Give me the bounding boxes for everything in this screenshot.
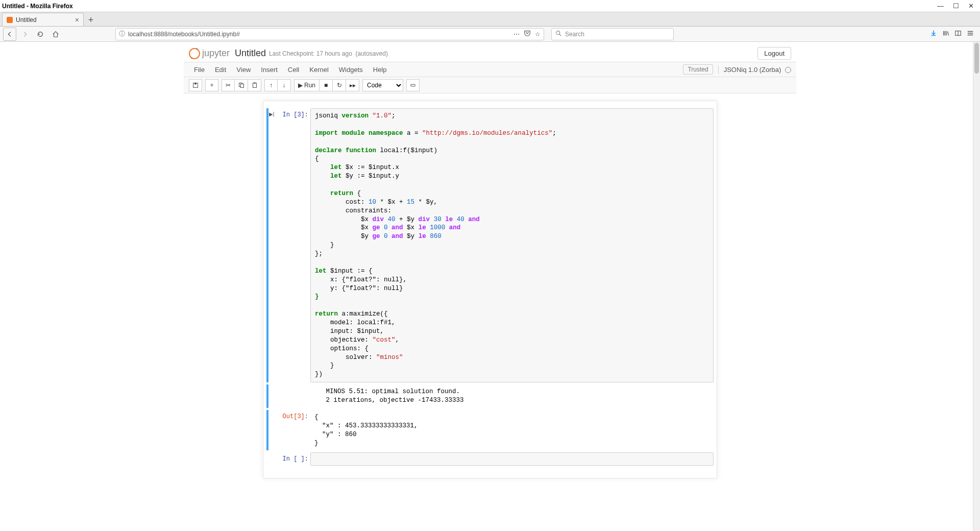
site-info-icon[interactable]: ⓘ — [119, 30, 125, 38]
checkpoint-status: Last Checkpoint: 17 hours ago (autosaved… — [269, 50, 388, 57]
page-actions-icon[interactable]: ⋯ — [513, 31, 520, 38]
scrollbar-thumb[interactable] — [974, 43, 979, 74]
interrupt-button[interactable]: ■ — [320, 79, 333, 91]
command-palette-button[interactable] — [406, 79, 420, 91]
code-cell[interactable]: ▶| In [3]: jsoniq version "1.0"; import … — [266, 108, 714, 382]
pocket-icon[interactable] — [524, 30, 531, 38]
code-editor[interactable]: jsoniq version "1.0"; import module name… — [310, 108, 714, 382]
logout-button[interactable]: Logout — [757, 47, 791, 60]
jupyter-toolbar: ＋ ✂ ↑ ↓ ▶Run ■ ↻ ▸▸ Code — [184, 77, 796, 93]
jupyter-header: jupyter Untitled Last Checkpoint: 17 hou… — [184, 45, 796, 62]
out-prompt: Out[3]: — [283, 413, 308, 420]
scrollbar-track[interactable] — [973, 42, 980, 531]
svg-rect-7 — [254, 82, 256, 83]
url-text: localhost:8888/notebooks/Untitled.ipynb# — [128, 31, 510, 38]
svg-point-0 — [556, 31, 560, 35]
minimize-button[interactable]: — — [937, 2, 944, 10]
output-result: Out[3]: { "x" : 453.33333333333331, "y" … — [266, 410, 714, 451]
run-button[interactable]: ▶Run — [294, 79, 320, 91]
move-up-button[interactable]: ↑ — [264, 79, 278, 91]
forward-button[interactable] — [18, 28, 32, 41]
move-down-button[interactable]: ↓ — [278, 79, 291, 91]
sidebar-icon[interactable] — [954, 30, 962, 38]
trusted-badge[interactable]: Trusted — [683, 64, 713, 75]
code-cell[interactable]: In [ ]: — [266, 452, 714, 466]
stdout-text: MINOS 5.51: optimal solution found. 2 it… — [314, 388, 709, 405]
back-button[interactable] — [3, 28, 16, 41]
svg-rect-8 — [411, 84, 415, 86]
output-stream: MINOS 5.51: optimal solution found. 2 it… — [266, 384, 714, 408]
restart-run-all-button[interactable]: ▸▸ — [346, 79, 359, 91]
cell-type-select[interactable]: Code — [362, 79, 403, 91]
menu-edit[interactable]: Edit — [210, 63, 231, 77]
tab-close-icon[interactable]: × — [75, 16, 79, 24]
notebook-container: ▶| In [3]: jsoniq version "1.0"; import … — [263, 101, 717, 478]
svg-rect-6 — [253, 83, 256, 87]
svg-rect-3 — [194, 83, 197, 84]
url-bar[interactable]: ⓘ localhost:8888/notebooks/Untitled.ipyn… — [115, 28, 544, 40]
run-arrow-icon[interactable]: ▶| — [268, 108, 275, 382]
kernel-indicator-icon — [785, 67, 791, 73]
downloads-icon[interactable] — [930, 30, 937, 38]
result-text: { "x" : 453.33333333333331, "y" : 860 } — [314, 413, 709, 448]
search-icon — [555, 30, 562, 38]
window-title: Untitled - Mozilla Firefox — [2, 3, 937, 10]
browser-tab[interactable]: Untitled × — [2, 13, 84, 26]
paste-button[interactable] — [248, 79, 261, 91]
menu-icon[interactable] — [967, 30, 974, 38]
copy-button[interactable] — [235, 79, 248, 91]
menu-cell[interactable]: Cell — [283, 63, 304, 77]
cut-button[interactable]: ✂ — [222, 79, 235, 91]
jupyter-menu-bar: File Edit View Insert Cell Kernel Widget… — [184, 62, 796, 77]
jupyter-logo-icon — [189, 48, 200, 59]
restart-button[interactable]: ↻ — [333, 79, 346, 91]
jupyter-logo[interactable]: jupyter — [189, 48, 230, 59]
reload-button[interactable] — [34, 28, 47, 41]
menu-file[interactable]: File — [189, 63, 210, 77]
menu-insert[interactable]: Insert — [256, 63, 283, 77]
window-controls: — ☐ ✕ — [937, 2, 978, 10]
nav-toolbar: ⓘ localhost:8888/notebooks/Untitled.ipyn… — [0, 27, 980, 42]
library-icon[interactable] — [942, 30, 949, 38]
close-button[interactable]: ✕ — [968, 2, 974, 10]
toolbar-right — [930, 30, 977, 38]
bookmark-star-icon[interactable]: ☆ — [535, 31, 541, 38]
tab-title: Untitled — [16, 16, 37, 23]
kernel-name[interactable]: JSONiq 1.0 (Zorba) — [718, 66, 791, 74]
menu-help[interactable]: Help — [368, 63, 392, 77]
notebook-title[interactable]: Untitled — [235, 48, 266, 59]
menu-widgets[interactable]: Widgets — [334, 63, 368, 77]
in-prompt: In [ ]: — [283, 455, 308, 463]
in-prompt: In [3]: — [283, 111, 308, 118]
jupyter-favicon-icon — [7, 17, 13, 23]
window-titlebar: Untitled - Mozilla Firefox — ☐ ✕ — [0, 0, 980, 12]
svg-rect-5 — [240, 84, 243, 87]
home-button[interactable] — [49, 28, 62, 41]
insert-cell-button[interactable]: ＋ — [205, 79, 218, 91]
jupyter-page: jupyter Untitled Last Checkpoint: 17 hou… — [0, 42, 980, 531]
code-editor[interactable] — [310, 452, 714, 466]
tab-strip: Untitled × + — [0, 12, 980, 27]
new-tab-button[interactable]: + — [84, 14, 98, 26]
code-content: jsoniq version "1.0"; import module name… — [315, 112, 709, 379]
save-button[interactable] — [189, 79, 202, 91]
menu-kernel[interactable]: Kernel — [304, 63, 334, 77]
maximize-button[interactable]: ☐ — [953, 2, 959, 10]
search-box[interactable]: Search — [551, 28, 674, 40]
search-placeholder: Search — [565, 31, 584, 38]
menu-view[interactable]: View — [231, 63, 256, 77]
